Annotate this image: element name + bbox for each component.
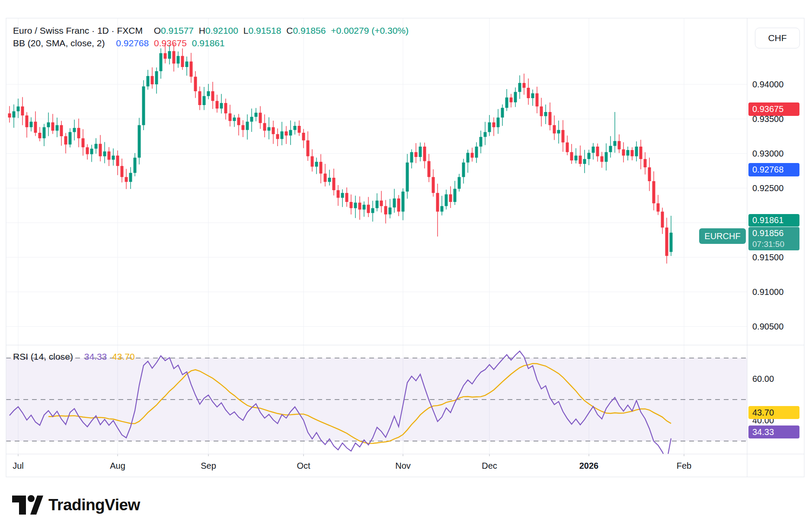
bar-countdown: 07:31:50	[752, 239, 784, 250]
last-price-axis-badge: 0.91856 07:31:50	[748, 227, 799, 250]
rsi-ma-value: 43.70	[112, 352, 135, 361]
currency-button[interactable]: CHF	[755, 28, 800, 48]
time-axis-label: Jul	[13, 461, 24, 471]
change-value: +0.00279 (+0.30%)	[331, 26, 409, 35]
rsi-ma-axis-badge: 43.70	[748, 406, 799, 419]
open-label: O	[154, 26, 161, 35]
last-price-value: 0.91856	[752, 228, 783, 239]
rsi-legend[interactable]: RSI (14, close) 34.33 43.70	[13, 352, 137, 362]
bb-upper-axis-badge: 0.93675	[748, 102, 799, 116]
bb-basis-axis-badge: 0.92768	[748, 163, 799, 176]
price-tick-label: 0.93000	[752, 149, 783, 159]
price-tick-label: 0.92500	[752, 183, 783, 193]
tradingview-logo[interactable]: TradingView	[11, 493, 140, 517]
time-axis-label: Sep	[201, 461, 216, 471]
time-axis-label: Aug	[110, 461, 125, 471]
price-tick-label: 0.90500	[752, 322, 783, 332]
bb-upper-value: 0.93675	[154, 38, 187, 48]
time-axis-label: Oct	[297, 461, 310, 471]
low-value: 0.91518	[248, 26, 281, 35]
bb-basis-value: 0.92768	[116, 38, 149, 48]
price-tick-label: 0.91500	[752, 253, 783, 262]
high-value: 0.92100	[205, 26, 238, 35]
bb-legend[interactable]: BB (20, SMA, close, 2) 0.92768 0.93675 0…	[13, 38, 227, 48]
close-value: 0.91856	[293, 26, 326, 35]
tradingview-snapshot: reflectordayo created with TradingView.c…	[0, 0, 812, 531]
rsi-tick-label: 60.00	[752, 374, 774, 384]
symbol-marker-badge: EURCHF	[699, 228, 746, 244]
open-value: 0.91577	[161, 26, 194, 35]
high-label: H	[199, 26, 205, 35]
rsi-axis-badge: 34.33	[748, 425, 799, 438]
chart-canvas[interactable]	[0, 0, 812, 531]
bb-label: BB (20, SMA, close, 2)	[13, 38, 105, 48]
symbol-legend[interactable]: Euro / Swiss Franc · 1D · FXCM O0.91577 …	[13, 26, 411, 36]
close-label: C	[286, 26, 293, 35]
rsi-value: 34.33	[84, 352, 107, 361]
time-axis-label: 2026	[579, 461, 599, 471]
price-tick-label: 0.94000	[752, 80, 783, 90]
price-tick-label: 0.91000	[752, 287, 783, 297]
tradingview-logo-icon	[11, 493, 43, 517]
bb-lower-value: 0.91861	[192, 38, 225, 48]
rsi-label: RSI (14, close)	[13, 352, 73, 361]
time-axis-label: Feb	[677, 461, 691, 471]
bb-lower-axis-badge: 0.91861	[748, 214, 799, 227]
low-label: L	[243, 26, 249, 35]
time-axis-label: Nov	[395, 461, 411, 471]
time-axis-label: Dec	[482, 461, 497, 471]
tradingview-logo-text: TradingView	[48, 496, 140, 514]
series-title: Euro / Swiss Franc · 1D · FXCM	[13, 26, 143, 35]
